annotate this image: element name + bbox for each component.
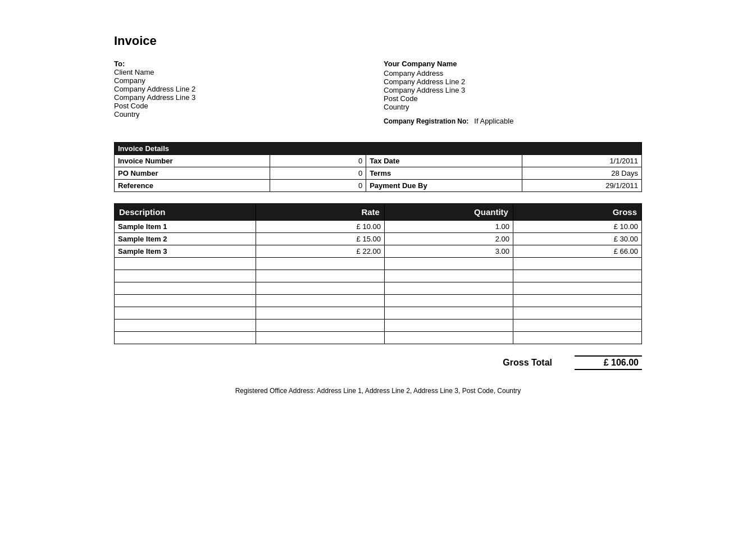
bill-to-label: To:	[114, 60, 372, 68]
detail-right-label: Tax Date	[366, 155, 522, 167]
table-row	[115, 270, 642, 282]
gross-total-label: Gross Total	[503, 358, 552, 368]
totals-section: Gross Total £ 106.00	[114, 355, 642, 370]
header-section: To: Client Name Company Company Address …	[114, 60, 642, 125]
item-description: Sample Item 3	[115, 245, 256, 258]
item-rate-empty	[256, 282, 384, 295]
item-gross: £ 30.00	[513, 233, 641, 245]
company-country: Country	[384, 103, 642, 111]
table-row: Sample Item 1 £ 10.00 1.00 £ 10.00	[115, 221, 642, 233]
detail-right-label: Payment Due By	[366, 180, 522, 192]
client-address-line3: Company Address Line 3	[114, 93, 372, 102]
company-info-section: Your Company Name Company Address Compan…	[372, 60, 642, 125]
company-address-line3: Company Address Line 3	[384, 86, 642, 94]
client-postcode: Post Code	[114, 102, 372, 110]
table-row	[115, 258, 642, 270]
detail-label: Invoice Number	[115, 155, 270, 167]
item-gross-empty	[513, 307, 641, 320]
invoice-title: Invoice	[114, 34, 642, 48]
table-row: Sample Item 3 £ 22.00 3.00 £ 66.00	[115, 245, 642, 258]
company-postcode: Post Code	[384, 94, 642, 103]
company-reg-row: Company Registration No: If Applicable	[384, 117, 642, 125]
detail-right-value: 1/1/2011	[522, 155, 641, 167]
item-quantity: 3.00	[384, 245, 513, 258]
client-address-line2: Company Address Line 2	[114, 85, 372, 93]
item-gross-empty	[513, 295, 641, 307]
client-country: Country	[114, 110, 372, 118]
table-row	[115, 320, 642, 332]
item-gross: £ 66.00	[513, 245, 641, 258]
item-quantity: 1.00	[384, 221, 513, 233]
item-description-empty	[115, 307, 256, 320]
item-quantity-empty	[384, 282, 513, 295]
detail-value: 0	[270, 167, 366, 180]
invoice-details-row: PO Number 0 Terms 28 Days	[115, 167, 642, 180]
item-gross: £ 10.00	[513, 221, 641, 233]
detail-value: 0	[270, 155, 366, 167]
detail-right-value: 29/1/2011	[522, 180, 641, 192]
item-quantity-empty	[384, 258, 513, 270]
col-header-rate: Rate	[256, 204, 384, 221]
item-rate: £ 22.00	[256, 245, 384, 258]
item-rate-empty	[256, 332, 384, 344]
item-quantity-empty	[384, 332, 513, 344]
item-rate-empty	[256, 295, 384, 307]
item-quantity-empty	[384, 307, 513, 320]
table-row	[115, 307, 642, 320]
table-row: Sample Item 2 £ 15.00 2.00 £ 30.00	[115, 233, 642, 245]
item-rate-empty	[256, 258, 384, 270]
client-name: Client Name	[114, 68, 372, 76]
items-table: Description Rate Quantity Gross Sample I…	[114, 203, 642, 344]
gross-total-value: £ 106.00	[575, 355, 642, 370]
item-quantity-empty	[384, 320, 513, 332]
item-description-empty	[115, 295, 256, 307]
invoice-details-header: Invoice Details	[115, 143, 642, 155]
table-row	[115, 332, 642, 344]
invoice-details-row: Reference 0 Payment Due By 29/1/2011	[115, 180, 642, 192]
item-description-empty	[115, 332, 256, 344]
company-address: Company Address	[384, 69, 642, 77]
bill-to-section: To: Client Name Company Company Address …	[114, 60, 372, 125]
item-rate-empty	[256, 320, 384, 332]
company-reg-value: If Applicable	[474, 117, 513, 125]
col-header-description: Description	[115, 204, 256, 221]
item-description-empty	[115, 282, 256, 295]
item-description-empty	[115, 270, 256, 282]
item-gross-empty	[513, 320, 641, 332]
item-quantity: 2.00	[384, 233, 513, 245]
item-description: Sample Item 2	[115, 233, 256, 245]
detail-right-value: 28 Days	[522, 167, 641, 180]
item-rate-empty	[256, 270, 384, 282]
company-address-line2: Company Address Line 2	[384, 77, 642, 86]
item-gross-empty	[513, 258, 641, 270]
item-quantity-empty	[384, 295, 513, 307]
detail-value: 0	[270, 180, 366, 192]
item-gross-empty	[513, 282, 641, 295]
item-quantity-empty	[384, 270, 513, 282]
table-row	[115, 282, 642, 295]
company-reg-label: Company Registration No:	[384, 117, 468, 125]
footer-text: Registered Office Address: Address Line …	[114, 387, 642, 395]
invoice-page: Invoice To: Client Name Company Company …	[69, 0, 687, 428]
item-gross-empty	[513, 332, 641, 344]
detail-label: Reference	[115, 180, 270, 192]
item-description: Sample Item 1	[115, 221, 256, 233]
item-gross-empty	[513, 270, 641, 282]
client-company: Company	[114, 76, 372, 85]
item-description-empty	[115, 320, 256, 332]
col-header-quantity: Quantity	[384, 204, 513, 221]
col-header-gross: Gross	[513, 204, 641, 221]
company-name: Your Company Name	[384, 60, 642, 68]
detail-right-label: Terms	[366, 167, 522, 180]
invoice-details-table: Invoice Details Invoice Number 0 Tax Dat…	[114, 142, 642, 192]
item-rate: £ 10.00	[256, 221, 384, 233]
item-rate-empty	[256, 307, 384, 320]
item-description-empty	[115, 258, 256, 270]
table-row	[115, 295, 642, 307]
invoice-details-row: Invoice Number 0 Tax Date 1/1/2011	[115, 155, 642, 167]
detail-label: PO Number	[115, 167, 270, 180]
item-rate: £ 15.00	[256, 233, 384, 245]
